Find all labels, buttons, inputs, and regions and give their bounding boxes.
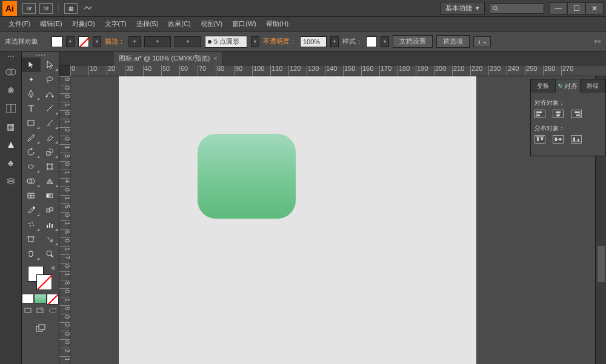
color-mode-solid[interactable] <box>22 294 34 303</box>
brushes-panel-icon[interactable]: ❋ <box>4 85 18 96</box>
menu-help[interactable]: 帮助(H) <box>261 18 293 30</box>
hand-tool[interactable] <box>22 247 41 261</box>
stroke-dropdown[interactable] <box>93 36 101 47</box>
canvas[interactable] <box>70 76 595 364</box>
cc-libraries-icon[interactable] <box>4 67 18 78</box>
layers-panel-icon[interactable] <box>4 176 18 187</box>
symbol-sprayer-tool[interactable] <box>22 217 41 232</box>
draw-normal[interactable] <box>22 303 34 317</box>
fill-dropdown[interactable] <box>66 36 75 47</box>
curvature-tool[interactable] <box>41 87 59 101</box>
fill-swatch[interactable] <box>52 36 62 47</box>
rounded-rectangle-shape[interactable] <box>198 134 296 219</box>
bridge-icon[interactable]: Br <box>22 3 36 14</box>
document-tab[interactable]: 图标.ai* @ 100% (CMYK/预览) × <box>114 52 222 65</box>
stock-icon[interactable]: St <box>39 3 53 14</box>
distribute-top-icon[interactable] <box>534 135 545 144</box>
menu-window[interactable]: 窗口(W) <box>227 18 261 30</box>
screen-mode-button[interactable] <box>22 322 59 335</box>
draw-inside[interactable] <box>47 303 59 317</box>
menu-effect[interactable]: 效果(C) <box>163 18 195 30</box>
menu-edit[interactable]: 编辑(E) <box>35 18 67 30</box>
style-dd[interactable] <box>381 36 389 47</box>
line-tool[interactable] <box>41 101 59 116</box>
stroke-panel-icon[interactable]: ♣ <box>4 157 18 168</box>
workspace-switcher[interactable]: 基本功能 ▾ <box>440 2 485 15</box>
free-transform-tool[interactable] <box>41 159 59 174</box>
minimize-button[interactable]: — <box>549 2 567 15</box>
menu-view[interactable]: 视图(V) <box>196 18 228 30</box>
perspective-grid-tool[interactable] <box>41 174 59 188</box>
gradient-tool[interactable] <box>41 188 59 203</box>
column-graph-tool[interactable] <box>41 217 59 232</box>
align-hcenter-icon[interactable] <box>553 110 564 118</box>
magic-wand-tool[interactable]: ✦ <box>22 72 41 87</box>
align-popup-button[interactable]: ⫞ ▾ <box>473 36 491 47</box>
width-tool[interactable] <box>22 159 41 174</box>
brush-dd[interactable] <box>175 36 201 47</box>
close-tab-icon[interactable]: × <box>214 55 218 62</box>
document-setup-button[interactable]: 文档设置 <box>393 35 433 48</box>
direct-selection-tool[interactable] <box>41 58 59 72</box>
color-mode-gradient[interactable] <box>34 294 46 303</box>
color-panel-icon[interactable] <box>4 139 18 150</box>
control-grip[interactable]: ▾≡ <box>594 38 601 45</box>
pencil-tool[interactable] <box>22 130 41 145</box>
eraser-tool[interactable] <box>41 130 59 145</box>
zoom-tool[interactable] <box>41 247 59 261</box>
gpu-icon[interactable] <box>81 3 95 14</box>
swap-arrow-icon[interactable]: ⤭ <box>50 265 55 271</box>
style-swatch[interactable] <box>366 36 377 47</box>
stroke-weight-dd[interactable] <box>128 36 141 47</box>
maximize-button[interactable]: ☐ <box>567 2 585 15</box>
shape-builder-tool[interactable] <box>22 174 41 188</box>
stroke-profile-select[interactable]: 5 点圆形 <box>205 36 247 48</box>
align-right-icon[interactable] <box>571 110 582 118</box>
swatches-panel-icon[interactable] <box>4 103 18 114</box>
stroke-color-swatch[interactable] <box>36 274 52 290</box>
align-left-icon[interactable] <box>534 110 545 118</box>
tab-transform[interactable]: 变换 <box>531 79 556 93</box>
stroke-var-dd[interactable] <box>144 36 171 47</box>
tab-align[interactable]: ↻对齐 <box>556 79 581 93</box>
menu-object[interactable]: 对象(O) <box>67 18 100 30</box>
stroke-profile-dd[interactable] <box>251 36 259 47</box>
selection-tool[interactable] <box>22 58 41 72</box>
strip-handle[interactable] <box>4 56 18 59</box>
rectangle-tool[interactable] <box>22 116 41 130</box>
menu-select[interactable]: 选择(S) <box>132 18 164 30</box>
eyedropper-tool[interactable] <box>22 203 41 217</box>
stroke-swatch[interactable] <box>78 36 89 47</box>
blend-tool[interactable] <box>41 203 59 217</box>
opacity-input[interactable]: 100% <box>300 36 327 47</box>
pen-tool[interactable] <box>22 87 41 101</box>
svg-rect-10 <box>28 121 34 125</box>
fill-stroke-swap[interactable]: ⤭ <box>22 261 59 294</box>
scale-tool[interactable] <box>41 145 59 159</box>
menu-type[interactable]: 文字(T) <box>100 18 132 30</box>
slice-tool[interactable] <box>41 232 59 247</box>
vertical-ruler[interactable]: 9001012013014015016017018019020021 <box>59 76 70 364</box>
color-mode-none[interactable] <box>47 294 59 305</box>
preferences-button[interactable]: 首选项 <box>436 35 470 48</box>
opacity-dd[interactable] <box>330 36 339 47</box>
horizontal-ruler[interactable]: 0102030405060708090100110120130140150160… <box>70 65 606 76</box>
artboard-tool[interactable] <box>22 232 41 247</box>
scrollbar-thumb[interactable] <box>598 246 605 282</box>
paintbrush-tool[interactable] <box>41 116 59 130</box>
close-button[interactable]: ✕ <box>585 2 604 15</box>
mesh-tool[interactable] <box>22 188 41 203</box>
type-tool[interactable]: T <box>22 101 41 116</box>
tools-grip[interactable] <box>22 52 59 58</box>
distribute-bottom-icon[interactable] <box>571 135 582 144</box>
arrange-docs-icon[interactable]: ▦ <box>64 3 78 14</box>
menu-file[interactable]: 文件(F) <box>4 18 35 30</box>
rotate-tool[interactable] <box>22 145 41 159</box>
artboard[interactable] <box>119 76 476 364</box>
distribute-vcenter-icon[interactable] <box>553 135 564 144</box>
search-input[interactable] <box>490 3 544 14</box>
lasso-tool[interactable] <box>41 72 59 87</box>
symbols-panel-icon[interactable]: ▦ <box>4 121 18 132</box>
tab-pathfinder[interactable]: 路径 <box>581 79 605 93</box>
draw-behind[interactable] <box>34 303 46 317</box>
